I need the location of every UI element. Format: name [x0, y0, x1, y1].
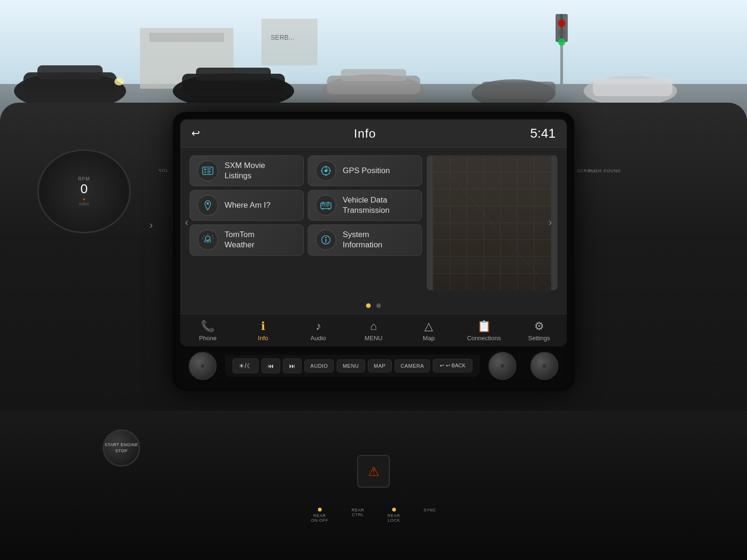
- gps-position-button[interactable]: GPS Position: [308, 155, 422, 186]
- svg-rect-29: [204, 171, 206, 173]
- svg-point-44: [322, 209, 324, 210]
- physical-controls: ☀/☾ ⏮ ⏭ AUDIO MENU MAP CAMERA ↩ ↩ BACK: [179, 347, 568, 385]
- rear-lock-item: REARLOCK: [388, 508, 400, 523]
- vol-knob[interactable]: [189, 352, 217, 380]
- prev-page-button[interactable]: ‹: [185, 217, 188, 229]
- phone-nav-icon: 📞: [201, 320, 215, 333]
- back-hard-button[interactable]: ↩ ↩ BACK: [433, 359, 472, 372]
- rear-on-off-label: REARON·OFF: [311, 513, 328, 523]
- push-sound-label: PUSH SOUND: [588, 168, 621, 174]
- audio-nav-icon: ♪: [316, 320, 321, 333]
- vehicle-data-button[interactable]: Vehicle DataTransmission: [308, 190, 422, 221]
- phone-nav-label: Phone: [199, 335, 217, 342]
- bottom-nav: 📞 Phone ℹ Info ♪ Audio ⌂ MENU △ Map 📋: [180, 314, 567, 346]
- svg-rect-3: [149, 33, 224, 42]
- sxm-icon: [197, 161, 218, 181]
- rear-ctrl-item: REARCTRL: [352, 508, 364, 517]
- tomtom-weather-button[interactable]: TomTomWeather: [190, 224, 304, 255]
- nav-info[interactable]: ℹ Info: [235, 314, 290, 346]
- next-page-arrow[interactable]: ›: [549, 217, 552, 229]
- page-dot-1[interactable]: [366, 303, 371, 308]
- nav-menu[interactable]: ⌂ MENU: [346, 314, 401, 346]
- svg-point-23: [558, 29, 565, 36]
- hazard-button[interactable]: ⚠: [357, 455, 390, 488]
- audio-hard-button[interactable]: AUDIO: [304, 359, 334, 372]
- page-dots: [180, 298, 567, 314]
- nav-settings[interactable]: ⚙ Settings: [512, 314, 567, 346]
- empty-slot-2: [308, 259, 422, 290]
- menu-hard-button[interactable]: MENU: [337, 359, 365, 372]
- svg-rect-21: [556, 14, 568, 42]
- menu-area: ‹ S: [180, 148, 567, 298]
- next-track-button[interactable]: ⏭: [283, 358, 302, 373]
- svg-point-45: [329, 209, 330, 210]
- empty-slot-1: [190, 259, 304, 290]
- rear-lock-indicator: [392, 508, 395, 511]
- map-hard-button[interactable]: MAP: [368, 359, 392, 372]
- screen: ↩ Info 5:41 ‹: [179, 119, 568, 347]
- rear-lock-label: REARLOCK: [388, 513, 400, 523]
- system-info-button[interactable]: SystemInformation: [308, 224, 422, 255]
- start-engine-button[interactable]: START ENGINE STOP: [103, 429, 140, 467]
- svg-rect-18: [261, 19, 317, 65]
- map-nav-label: Map: [423, 335, 435, 342]
- infotainment-unit: ↩ Info 5:41 ‹: [173, 112, 574, 391]
- screen-title: Info: [354, 126, 376, 141]
- svg-point-37: [324, 169, 327, 172]
- hazard-icon: ⚠: [368, 464, 380, 479]
- where-icon: [197, 195, 218, 216]
- screen-header: ↩ Info 5:41: [180, 119, 567, 148]
- svg-point-24: [558, 38, 565, 46]
- screen-time: 5:41: [530, 126, 556, 141]
- nav-map[interactable]: △ Map: [401, 314, 456, 346]
- tune-scroll-knob-wrap: [488, 352, 516, 380]
- vehicle-data-label: Vehicle DataTransmission: [343, 195, 389, 216]
- nav-phone[interactable]: 📞 Phone: [180, 314, 235, 346]
- nav-connections[interactable]: 📋 Connections: [456, 314, 511, 346]
- system-icon: [316, 230, 336, 250]
- connections-nav-label: Connections: [467, 335, 500, 342]
- weather-icon: [197, 230, 218, 250]
- svg-rect-25: [203, 167, 213, 175]
- screen-nav-left[interactable]: ›: [149, 219, 153, 231]
- camera-hard-button[interactable]: CAMERA: [395, 359, 430, 372]
- menu-nav-icon: ⌂: [370, 320, 377, 333]
- start-button-label: START ENGINE STOP: [104, 442, 139, 454]
- svg-rect-13: [341, 69, 406, 81]
- vol-knob-wrap: [189, 352, 217, 380]
- push-sound-knob-wrap: [530, 352, 558, 380]
- where-am-i-button[interactable]: Where Am I?: [190, 190, 304, 221]
- vehicle-icon: [316, 195, 336, 216]
- system-info-label: SystemInformation: [343, 230, 382, 250]
- svg-rect-15: [481, 82, 556, 98]
- svg-rect-26: [204, 168, 206, 170]
- instrument-cluster: RPM 0 ● miles: [37, 149, 131, 233]
- menu-grid: SXM MovieListings: [190, 155, 422, 290]
- svg-rect-6: [37, 65, 103, 79]
- vol-label: VOL: [159, 168, 169, 173]
- nav-audio[interactable]: ♪ Audio: [291, 314, 346, 346]
- push-sound-knob[interactable]: [530, 352, 558, 380]
- svg-point-7: [114, 78, 124, 85]
- rear-ctrl-label: REARCTRL: [352, 508, 364, 517]
- tune-scroll-knob[interactable]: [488, 352, 516, 380]
- page-dot-2[interactable]: [376, 303, 381, 308]
- svg-point-39: [207, 203, 209, 205]
- settings-nav-label: Settings: [528, 335, 550, 342]
- sync-label: SYNC: [423, 508, 436, 512]
- sxm-movie-button[interactable]: SXM MovieListings: [190, 155, 304, 186]
- dim-button[interactable]: ☀/☾: [233, 358, 259, 373]
- back-button[interactable]: ↩: [191, 127, 200, 140]
- gps-position-label: GPS Position: [343, 166, 390, 176]
- where-am-i-label: Where Am I?: [225, 200, 270, 210]
- svg-point-48: [325, 237, 327, 238]
- rear-on-off-item: REARON·OFF: [311, 508, 328, 523]
- info-nav-label: Info: [258, 335, 268, 342]
- prev-track-button[interactable]: ⏮: [261, 358, 280, 373]
- map-preview: ›: [427, 155, 557, 290]
- right-knobs: [488, 352, 558, 380]
- map-nav-icon: △: [424, 320, 433, 333]
- bottom-dashboard: START ENGINE STOP ⚠ REARON·OFF REARCTRL …: [0, 411, 747, 560]
- svg-rect-10: [196, 68, 271, 81]
- rear-on-off-indicator: [317, 508, 321, 511]
